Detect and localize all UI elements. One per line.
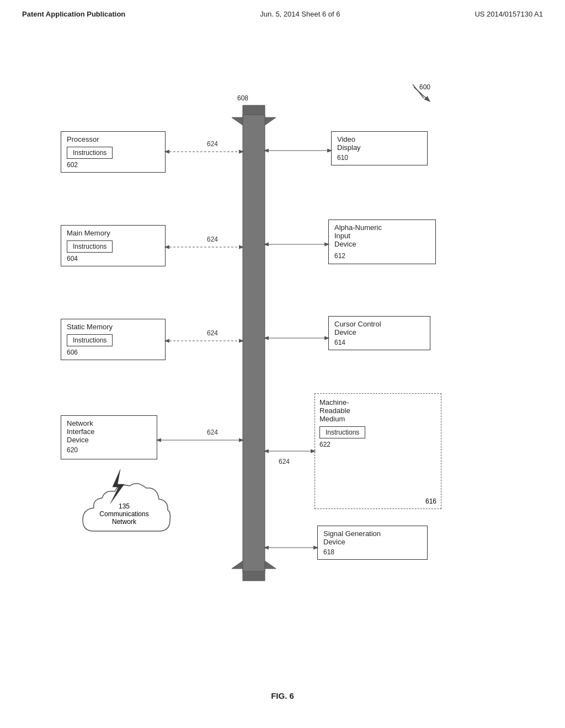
machine-readable-instructions: Instructions <box>319 426 365 438</box>
cloud-label: 135 CommunicationsNetwork <box>86 502 163 526</box>
static-memory-number: 606 <box>67 349 159 356</box>
svg-text:624: 624 <box>207 235 218 243</box>
cursor-control-box: Cursor Control Device 614 <box>328 316 430 350</box>
machine-readable-inner-area: Machine- Readable Medium Instructions 62… <box>319 398 436 448</box>
signal-gen-box: Signal Generation Device 618 <box>317 526 428 560</box>
main-memory-title: Main Memory <box>67 229 159 237</box>
cloud-text: CommunicationsNetwork <box>86 510 163 526</box>
signal-gen-number: 618 <box>323 548 422 556</box>
svg-text:624: 624 <box>207 429 218 436</box>
network-interface-title: Network Interface Device <box>67 419 151 444</box>
svg-text:624: 624 <box>279 458 290 465</box>
svg-marker-2 <box>232 553 276 581</box>
static-memory-title: Static Memory <box>67 323 159 331</box>
main-memory-box: Main Memory Instructions 604 <box>61 225 166 266</box>
processor-title: Processor <box>67 135 159 143</box>
video-display-title: Video Display <box>337 135 422 152</box>
diagram-area: 600 608 Processor Instructions 602 Main … <box>0 24 565 686</box>
svg-marker-1 <box>232 105 276 133</box>
ref-600: 600 <box>419 83 430 91</box>
bus-label: 608 <box>237 94 248 102</box>
cloud-number: 135 <box>86 502 163 510</box>
processor-instructions: Instructions <box>67 147 113 159</box>
svg-rect-3 <box>243 115 265 571</box>
machine-readable-title: Machine- Readable Medium <box>319 398 436 423</box>
header-right: US 2014/0157130 A1 <box>475 10 543 18</box>
machine-readable-outer: Machine- Readable Medium Instructions 62… <box>315 393 441 509</box>
video-display-box: Video Display 610 <box>331 131 428 165</box>
static-memory-box: Static Memory Instructions 606 <box>61 319 166 360</box>
cursor-control-number: 614 <box>334 339 424 346</box>
alpha-numeric-title: Alpha-Numeric Input Device <box>334 223 430 248</box>
machine-readable-number: 616 <box>425 497 436 505</box>
processor-number: 602 <box>67 161 159 169</box>
machine-readable-inner-number: 622 <box>319 441 436 448</box>
alpha-numeric-box: Alpha-Numeric Input Device 612 <box>328 220 436 264</box>
svg-text:624: 624 <box>207 329 218 337</box>
cursor-control-title: Cursor Control Device <box>334 320 424 336</box>
network-interface-box: Network Interface Device 620 <box>61 415 157 459</box>
alpha-numeric-number: 612 <box>334 252 345 260</box>
svg-text:624: 624 <box>207 140 218 148</box>
signal-gen-title: Signal Generation Device <box>323 529 422 546</box>
main-memory-instructions: Instructions <box>67 240 113 253</box>
header-left: Patent Application Publication <box>22 10 125 18</box>
cloud-container: 135 CommunicationsNetwork <box>72 476 177 561</box>
header-center: Jun. 5, 2014 Sheet 6 of 6 <box>260 10 340 18</box>
network-interface-number: 620 <box>67 446 151 454</box>
static-memory-instructions: Instructions <box>67 334 113 346</box>
processor-box: Processor Instructions 602 <box>61 131 166 173</box>
page-header: Patent Application Publication Jun. 5, 2… <box>0 0 565 18</box>
figure-caption: FIG. 6 <box>0 691 565 700</box>
main-memory-number: 604 <box>67 255 159 263</box>
video-display-number: 610 <box>337 154 422 162</box>
